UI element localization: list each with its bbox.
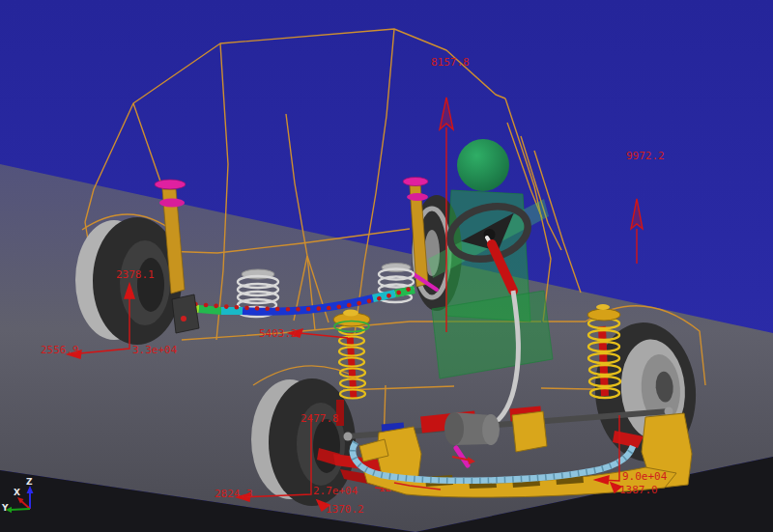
y-axis — [11, 509, 30, 510]
z-axis-label: Z — [26, 477, 33, 487]
force-label-front-seat: 8157.8 — [431, 56, 470, 69]
force-label-front-center: 5403.2 — [259, 327, 298, 340]
force-label-rear-right-magnitude: 9.0e+04 — [622, 470, 668, 483]
force-label-front-left-wheel-top: 2378.1 — [116, 268, 155, 281]
scene-canvas[interactable]: 1210.8 — [0, 0, 773, 532]
force-label-rear-left-magnitude: 2.7e+04 — [313, 485, 358, 497]
force-label-rear-left-wheel-top: 2477.8 — [301, 412, 339, 425]
x-axis-label: X — [14, 488, 20, 497]
3d-viewport[interactable]: 1210.8 — [0, 0, 773, 532]
y-axis-label: Y — [1, 503, 9, 513]
force-label-rear-left-minor: 1370.2 — [326, 503, 364, 516]
rear-right-coilover — [587, 304, 620, 398]
front-left-knuckle — [172, 294, 199, 333]
force-label-front-left: 2556.9 — [41, 344, 79, 356]
force-label-rear-left: 2824.3 — [215, 488, 253, 500]
force-label-front-left-magnitude: 3.3e+04 — [132, 344, 178, 356]
force-label-rear-right-upper: 9972.2 — [626, 150, 665, 162]
brake-drum — [444, 412, 500, 445]
manikin-head — [457, 139, 509, 191]
front-left-wheel — [75, 217, 182, 345]
force-label-rear-right-minor: 1387.0 — [619, 484, 658, 496]
